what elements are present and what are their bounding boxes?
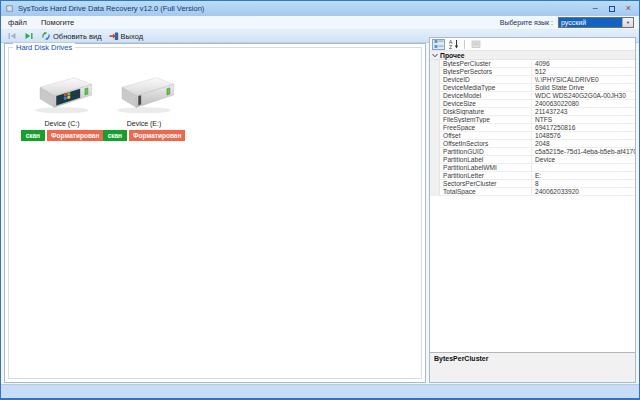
property-row[interactable]: TotalSpace240062033920 — [430, 188, 635, 196]
property-name: FileSystemType — [440, 116, 532, 123]
menu-help[interactable]: Помогите — [34, 18, 81, 27]
property-name: PartitionLabel — [440, 156, 532, 163]
property-row[interactable]: DeviceMediaTypeSolid State Drive — [430, 84, 635, 92]
property-row[interactable]: PartitionLetterE: — [430, 172, 635, 180]
drive-buttons: скан Форматирован — [21, 130, 103, 141]
app-icon — [5, 4, 14, 13]
property-pages-button — [469, 39, 482, 50]
property-row[interactable]: PartitionLabelWMI — [430, 164, 635, 172]
property-value — [532, 164, 635, 171]
property-row[interactable]: BytesPerCluster4096 — [430, 60, 635, 68]
property-value: \\.\PHYSICALDRIVE0 — [532, 76, 635, 83]
drive-name: Device (C:) — [21, 120, 103, 128]
language-value: русский — [559, 18, 622, 27]
row-gutter — [430, 180, 440, 187]
property-value: 240063022080 — [532, 100, 635, 107]
hard-drive-icon[interactable] — [110, 72, 178, 116]
skip-back-icon — [7, 31, 17, 41]
alphabetical-button[interactable]: A Z — [447, 39, 460, 50]
category-label: Прочее — [440, 52, 465, 59]
property-row[interactable]: BytesPerSectors512 — [430, 68, 635, 76]
property-row[interactable]: DeviceID\\.\PHYSICALDRIVE0 — [430, 76, 635, 84]
nav-first-button[interactable] — [5, 30, 19, 42]
property-rows: BytesPerCluster4096BytesPerSectors512Dev… — [430, 60, 635, 196]
language-select[interactable]: русский ▼ — [558, 17, 634, 28]
app-window: SysTools Hard Drive Data Recovery v12.0 … — [0, 0, 640, 400]
drive-buttons: скан Форматирован — [103, 130, 185, 141]
property-name: DeviceSize — [440, 100, 532, 107]
property-value: 211437243 — [532, 108, 635, 115]
row-gutter — [430, 164, 440, 171]
categorized-icon — [434, 39, 444, 49]
row-gutter — [430, 84, 440, 91]
description-panel: BytesPerCluster — [430, 352, 635, 382]
row-gutter — [430, 172, 440, 179]
property-row[interactable]: DeviceModelWDC WDS240G2G0A-00JH30 — [430, 92, 635, 100]
property-row[interactable]: OffsetInSectors2048 — [430, 140, 635, 148]
row-gutter — [430, 124, 440, 131]
hard-drive-icon[interactable] — [28, 72, 96, 116]
refresh-icon — [41, 31, 51, 41]
property-name: BytesPerSectors — [440, 68, 532, 75]
language-label: Выберите язык : — [500, 19, 553, 26]
menu-bar: файл Помогите Выберите язык : русский ▼ — [1, 16, 639, 30]
exit-icon — [109, 31, 119, 41]
property-row[interactable]: FileSystemTypeNTFS — [430, 116, 635, 124]
scan-button[interactable]: скан — [21, 130, 45, 141]
property-row[interactable]: DeviceSize240063022080 — [430, 100, 635, 108]
property-row[interactable]: DiskSignature211437243 — [430, 108, 635, 116]
svg-text:Z: Z — [449, 44, 452, 50]
nav-last-button[interactable] — [22, 30, 36, 42]
property-row[interactable]: PartitionGUIDc5a5215e-75d1-4eba-b5eb-af4… — [430, 148, 635, 156]
row-gutter — [430, 92, 440, 99]
row-gutter — [430, 132, 440, 139]
window-title: SysTools Hard Drive Data Recovery v12.0 … — [18, 4, 204, 13]
menu-file[interactable]: файл — [1, 18, 34, 27]
row-gutter — [430, 140, 440, 147]
exit-label: Выход — [121, 32, 143, 41]
exit-button[interactable]: Выход — [107, 30, 145, 42]
property-row[interactable]: FreeSpace69417250816 — [430, 124, 635, 132]
property-value: WDC WDS240G2G0A-00JH30 — [532, 92, 635, 99]
row-gutter — [430, 108, 440, 115]
property-name: TotalSpace — [440, 188, 532, 195]
category-row[interactable]: Прочее — [430, 51, 635, 60]
row-gutter — [430, 100, 440, 107]
property-value: 4096 — [532, 60, 635, 67]
property-panel: A Z — [429, 37, 636, 383]
close-button[interactable]: × — [626, 4, 631, 13]
refresh-button[interactable]: Обновить вид — [39, 30, 104, 42]
property-name: DeviceMediaType — [440, 84, 532, 91]
property-value: c5a5215e-75d1-4eba-b5eb-af417079621a — [532, 148, 635, 155]
refresh-label: Обновить вид — [53, 32, 102, 41]
scan-button[interactable]: скан — [103, 130, 127, 141]
row-gutter — [430, 188, 440, 195]
property-name: PartitionLabelWMI — [440, 164, 532, 171]
maximize-button[interactable] — [609, 6, 615, 12]
status-bar — [1, 384, 639, 398]
language-area: Выберите язык : русский ▼ — [500, 17, 639, 28]
property-row[interactable]: SectorsPerCluster8 — [430, 180, 635, 188]
property-row[interactable]: PartitionLabelDevice — [430, 156, 635, 164]
format-button[interactable]: Форматирован — [129, 130, 185, 141]
property-value: E: — [532, 172, 635, 179]
property-name: Offset — [440, 132, 532, 139]
property-value: 1048576 — [532, 132, 635, 139]
row-gutter — [430, 156, 440, 163]
drive-item: Device (C:) скан Форматирован — [21, 72, 103, 141]
skip-forward-icon — [24, 31, 34, 41]
property-value: NTFS — [532, 116, 635, 123]
format-button[interactable]: Форматирован — [47, 130, 103, 141]
categorized-button[interactable] — [432, 39, 445, 50]
toolbar-separator — [464, 40, 465, 49]
row-gutter — [430, 76, 440, 83]
chevron-down-icon — [430, 52, 440, 59]
chevron-down-icon[interactable]: ▼ — [622, 18, 633, 27]
property-name: PartitionGUID — [440, 148, 532, 155]
minimize-button[interactable]: – — [593, 4, 598, 13]
property-row[interactable]: Offset1048576 — [430, 132, 635, 140]
property-pages-icon — [471, 39, 481, 49]
drive-item: Device (E:) скан Форматирован — [103, 72, 185, 141]
row-gutter — [430, 60, 440, 67]
drive-name: Device (E:) — [103, 120, 185, 128]
